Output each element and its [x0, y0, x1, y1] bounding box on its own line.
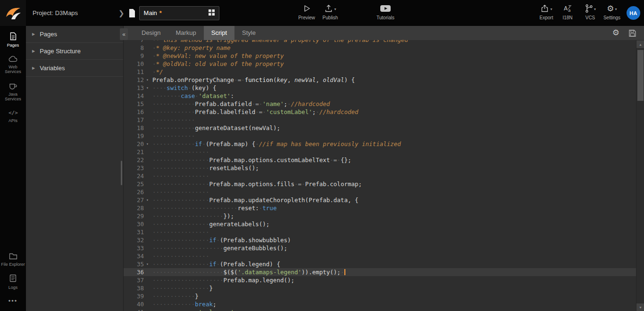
gutter-spacer	[145, 44, 152, 52]
wavemaker-studio: Project: D3Maps ❯ Main * Preview	[0, 0, 644, 311]
preview-button[interactable]: Preview	[293, 4, 320, 20]
tab-style[interactable]: Style	[234, 26, 263, 40]
code-line[interactable]: 10·* @oldVal: old value of the property	[124, 60, 636, 68]
code-line[interactable]: 15············Prefab.datafield·=·'name';…	[124, 100, 636, 108]
code-line[interactable]: 16············Prefab.labelfield·=·'custo…	[124, 108, 636, 116]
tutorials-button[interactable]: Tutorials	[371, 4, 400, 20]
tab-markup[interactable]: Markup	[168, 26, 203, 40]
wavemaker-logo[interactable]	[0, 0, 26, 26]
editor-area: Design Markup Script Style ⚙ 7·* this me…	[124, 26, 644, 311]
line-number: 11	[124, 68, 145, 76]
save-button[interactable]	[628, 26, 636, 40]
code-line[interactable]: 12▾Prefab.onPropertyChange·=·function(ke…	[124, 76, 636, 84]
fold-marker-icon[interactable]: ▾	[145, 84, 152, 92]
code-line[interactable]: 30················generateLabels();	[124, 220, 636, 228]
export-button[interactable]: ▾ Export	[534, 4, 559, 20]
code-viewport[interactable]: 7·* this method is triggered whenever a …	[124, 40, 636, 311]
page-tab-main[interactable]: Main *	[139, 6, 219, 20]
code-line[interactable]: 11·*/	[124, 68, 636, 76]
more-dots-icon[interactable]: •••	[0, 294, 26, 311]
code-line[interactable]: 9·* @newVal: new value of the property	[124, 52, 636, 60]
chevron-down-icon: ▾	[594, 7, 596, 11]
chevron-down-icon: ▾	[334, 7, 336, 11]
editor-settings-button[interactable]: ⚙	[612, 26, 619, 40]
code-line[interactable]: 40············break;	[124, 300, 636, 308]
sidebar-item-apis[interactable]: </> APIs	[0, 106, 26, 127]
code-line[interactable]: 17············	[124, 116, 636, 124]
code-text: ····················});	[152, 212, 636, 220]
code-line[interactable]: 7·* this method is triggered whenever a …	[124, 40, 636, 44]
code-text: ················	[152, 252, 636, 260]
tutorials-label: Tutorials	[376, 15, 394, 20]
code-line[interactable]: 28························reset:·true	[124, 204, 636, 212]
editor-scrollbar[interactable]: ▲ ▼	[636, 40, 644, 311]
code-text: ················	[152, 188, 636, 196]
code-line[interactable]: 20▾············if·(Prefab.map) {·//if ma…	[124, 140, 636, 148]
i18n-button[interactable]: A a I18N	[558, 4, 577, 20]
line-number: 36	[124, 268, 145, 276]
code-line[interactable]: 13▾····switch·(key) {	[124, 84, 636, 92]
code-line[interactable]: 24················	[124, 172, 636, 180]
scroll-up-button[interactable]: ▲	[636, 41, 644, 48]
code-line[interactable]: 37····················Prefab.map.legend(…	[124, 276, 636, 284]
sidebar-item-file-explorer[interactable]: File Explorer	[0, 249, 26, 271]
code-line[interactable]: 23················resetLabels();	[124, 164, 636, 172]
page-document-icon[interactable]	[128, 8, 136, 18]
code-line[interactable]: 29····················});	[124, 212, 636, 220]
code-line[interactable]: 18············generateDataset(newVal);	[124, 124, 636, 132]
code-text: ·* @oldVal: old value of the property	[152, 60, 636, 68]
code-line[interactable]: 8·* @key: property name	[124, 44, 636, 52]
code-editor-lines[interactable]: 7·* this method is triggered whenever a …	[124, 40, 636, 311]
code-text: ············Prefab.labelfield·=·'customL…	[152, 108, 636, 116]
panel-section-variables[interactable]: ▶ Variables	[26, 60, 123, 77]
script-editor[interactable]: 7·* this method is triggered whenever a …	[124, 40, 644, 311]
gutter-spacer	[145, 204, 152, 212]
code-line[interactable]: 41········case·'colormap':	[124, 308, 636, 311]
gutter-spacer	[145, 284, 152, 292]
sidebar-item-java-services[interactable]: Java Services	[0, 78, 26, 106]
code-line[interactable]: 36····················$($('.datamaps-leg…	[124, 268, 636, 276]
sidebar-item-pages[interactable]: Pages	[0, 28, 26, 52]
gutter-spacer	[145, 228, 152, 236]
scroll-down-button[interactable]: ▼	[636, 303, 644, 311]
code-text: ·* @key: property name	[152, 44, 636, 52]
code-line[interactable]: 22················Prefab.map.options.cus…	[124, 156, 636, 164]
code-line[interactable]: 32················if·(Prefab.showbubbles…	[124, 236, 636, 244]
panel-section-page-structure[interactable]: ▶ Page Structure	[26, 43, 123, 60]
fold-marker-icon[interactable]: ▾	[145, 76, 152, 84]
fold-marker-icon[interactable]: ▾	[145, 140, 152, 148]
sidebar-item-logs[interactable]: Logs	[0, 270, 26, 294]
line-number: 34	[124, 252, 145, 260]
code-text: ············	[152, 116, 636, 124]
sidebar-item-web-services[interactable]: Web Services	[0, 52, 26, 78]
code-text: ·* @newVal: new value of the property	[152, 52, 636, 60]
code-text: ············	[152, 132, 636, 140]
publish-button[interactable]: ▾ Publish	[317, 4, 343, 20]
code-line[interactable]: 34················	[124, 252, 636, 260]
gutter-spacer	[145, 276, 152, 284]
code-line[interactable]: 25················Prefab.map.options.fil…	[124, 180, 636, 188]
code-line[interactable]: 35▾················if·(Prefab.legend) {	[124, 260, 636, 268]
fold-marker-icon[interactable]: ▾	[145, 260, 152, 268]
pages-grid-icon[interactable]	[209, 9, 215, 17]
panel-scrollbar-thumb[interactable]	[121, 161, 122, 185]
panel-section-pages[interactable]: ▶ Pages «	[26, 26, 123, 43]
fold-marker-icon[interactable]: ▾	[145, 196, 152, 204]
tab-design[interactable]: Design	[134, 26, 168, 40]
code-line[interactable]: 38················}	[124, 284, 636, 292]
tab-script[interactable]: Script	[204, 26, 234, 40]
line-number: 39	[124, 292, 145, 300]
code-line[interactable]: 21················	[124, 148, 636, 156]
collapse-panel-button[interactable]: «	[120, 28, 128, 40]
code-line[interactable]: 14········case·'dataset':	[124, 92, 636, 100]
code-line[interactable]: 19············	[124, 132, 636, 140]
scrollbar-thumb[interactable]	[637, 50, 644, 101]
settings-button[interactable]: ⚙ ▾ Settings	[600, 4, 624, 20]
code-line[interactable]: 26················	[124, 188, 636, 196]
vcs-button[interactable]: ▾ VCS	[578, 4, 602, 20]
code-line[interactable]: 33····················generateBubbles();	[124, 244, 636, 252]
code-line[interactable]: 27▾················Prefab.map.updateChor…	[124, 196, 636, 204]
code-line[interactable]: 39············}	[124, 292, 636, 300]
code-line[interactable]: 31················	[124, 228, 636, 236]
avatar[interactable]: HA	[627, 6, 640, 20]
